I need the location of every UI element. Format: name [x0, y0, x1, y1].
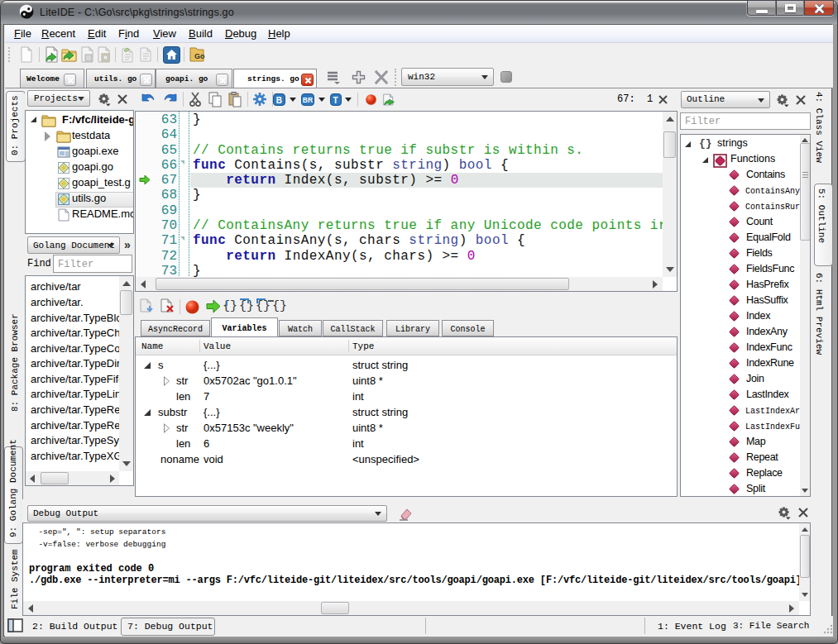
svg-text:B: B [276, 96, 282, 105]
svg-text:Go: Go [194, 52, 205, 60]
svg-text:T: T [333, 96, 338, 105]
svg-text:BR: BR [303, 96, 313, 104]
